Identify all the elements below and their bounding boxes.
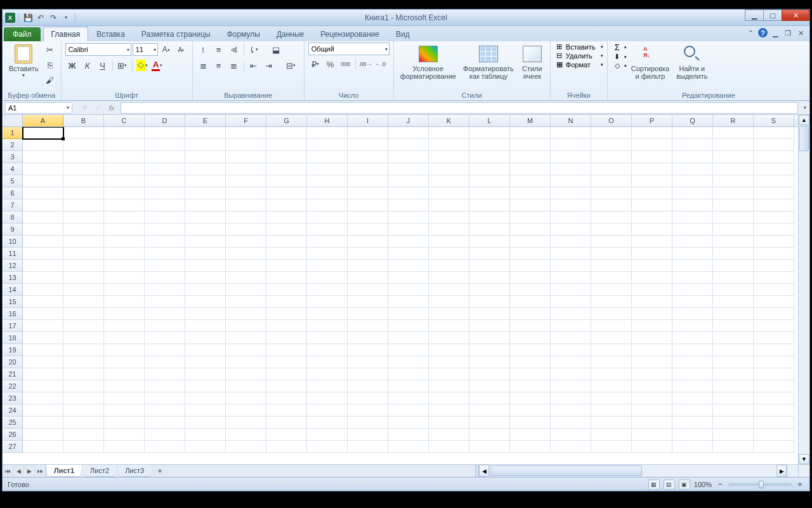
row-header-14[interactable]: 14	[3, 284, 23, 296]
row-header-6[interactable]: 6	[3, 187, 23, 199]
cell-B27[interactable]	[63, 441, 104, 453]
cell-Q20[interactable]	[672, 356, 713, 368]
cell-R21[interactable]	[713, 368, 754, 380]
cell-Q23[interactable]	[672, 392, 713, 404]
cell-B21[interactable]	[63, 368, 104, 380]
cell-D21[interactable]	[145, 368, 185, 380]
cell-B25[interactable]	[63, 417, 104, 429]
cell-P23[interactable]	[632, 392, 672, 404]
cell-G18[interactable]	[266, 332, 307, 344]
cell-I4[interactable]	[348, 163, 388, 175]
cell-I17[interactable]	[348, 320, 388, 332]
cell-C12[interactable]	[104, 260, 145, 272]
cell-Q25[interactable]	[672, 417, 713, 429]
cell-I8[interactable]	[348, 211, 388, 224]
cell-R10[interactable]	[713, 236, 754, 248]
cell-B8[interactable]	[63, 211, 104, 224]
column-header-M[interactable]: M	[510, 115, 551, 126]
cell-R2[interactable]	[713, 139, 754, 151]
cell-N17[interactable]	[551, 320, 591, 332]
cell-M18[interactable]	[510, 332, 551, 344]
cell-Q24[interactable]	[672, 404, 713, 417]
row-header-1[interactable]: 1	[3, 127, 23, 139]
expand-formula-bar-icon[interactable]: ▾	[801, 105, 809, 110]
cell-N22[interactable]	[551, 380, 591, 392]
tab-page-layout[interactable]: Разметка страницы	[133, 27, 219, 41]
cell-L22[interactable]	[469, 380, 510, 392]
cell-S10[interactable]	[754, 236, 794, 248]
row-header-10[interactable]: 10	[3, 236, 23, 248]
cell-J25[interactable]	[388, 417, 429, 429]
cell-D6[interactable]	[145, 187, 185, 199]
cell-G7[interactable]	[266, 199, 307, 211]
cell-G15[interactable]	[266, 296, 307, 308]
cell-R20[interactable]	[713, 356, 754, 368]
cell-P25[interactable]	[632, 417, 672, 429]
tab-home[interactable]: Главная	[43, 27, 89, 41]
cell-G6[interactable]	[266, 187, 307, 199]
cell-S1[interactable]	[754, 127, 794, 139]
font-color-button[interactable]: A▾	[150, 58, 164, 72]
cell-O24[interactable]	[591, 404, 632, 417]
cell-N4[interactable]	[551, 163, 591, 175]
row-header-21[interactable]: 21	[3, 368, 23, 380]
cell-B16[interactable]	[63, 308, 104, 320]
cell-D19[interactable]	[145, 344, 185, 356]
cell-N19[interactable]	[551, 344, 591, 356]
cell-O18[interactable]	[591, 332, 632, 344]
format-as-table-button[interactable]: Форматировать как таблицу	[461, 43, 516, 81]
cell-J13[interactable]	[388, 272, 429, 284]
cell-B18[interactable]	[63, 332, 104, 344]
cell-N10[interactable]	[551, 236, 591, 248]
cell-C5[interactable]	[104, 175, 145, 187]
save-button[interactable]: 💾	[22, 12, 34, 23]
cell-N23[interactable]	[551, 392, 591, 404]
cell-B6[interactable]	[63, 187, 104, 199]
cell-I7[interactable]	[348, 199, 388, 211]
cell-C2[interactable]	[104, 139, 145, 151]
cell-N6[interactable]	[551, 187, 591, 199]
cell-G5[interactable]	[266, 175, 307, 187]
column-header-N[interactable]: N	[551, 115, 591, 126]
cell-P9[interactable]	[632, 224, 672, 236]
cell-Q1[interactable]	[672, 127, 713, 139]
cell-S20[interactable]	[754, 356, 794, 368]
hscroll-thumb[interactable]	[490, 465, 642, 476]
cell-A15[interactable]	[23, 296, 63, 308]
cell-D8[interactable]	[145, 211, 185, 224]
row-header-16[interactable]: 16	[3, 308, 23, 320]
cell-M27[interactable]	[510, 441, 551, 453]
zoom-out-button[interactable]: −	[716, 480, 724, 489]
row-header-24[interactable]: 24	[3, 404, 23, 417]
tab-formulas[interactable]: Формулы	[219, 27, 268, 41]
cell-K17[interactable]	[429, 320, 469, 332]
row-header-3[interactable]: 3	[3, 151, 23, 163]
cell-B26[interactable]	[63, 429, 104, 441]
cell-A26[interactable]	[23, 429, 63, 441]
cell-N15[interactable]	[551, 296, 591, 308]
cell-J11[interactable]	[388, 248, 429, 260]
tab-insert[interactable]: Вставка	[88, 27, 133, 41]
cell-K16[interactable]	[429, 308, 469, 320]
cell-A22[interactable]	[23, 380, 63, 392]
cell-E7[interactable]	[185, 199, 226, 211]
cell-I25[interactable]	[348, 417, 388, 429]
cell-E27[interactable]	[185, 441, 226, 453]
cell-L3[interactable]	[469, 151, 510, 163]
decrease-indent-button[interactable]: ⇤	[247, 58, 261, 72]
cell-L6[interactable]	[469, 187, 510, 199]
cell-J9[interactable]	[388, 224, 429, 236]
workbook-minimize-icon[interactable]: ▁	[770, 28, 780, 38]
excel-icon[interactable]: X	[5, 13, 15, 23]
cell-P14[interactable]	[632, 284, 672, 296]
cell-B12[interactable]	[63, 260, 104, 272]
cell-F20[interactable]	[226, 356, 266, 368]
cancel-formula-icon[interactable]: ✕	[77, 102, 90, 114]
cell-R23[interactable]	[713, 392, 754, 404]
row-header-2[interactable]: 2	[3, 139, 23, 151]
cell-N1[interactable]	[551, 127, 591, 139]
cell-I11[interactable]	[348, 248, 388, 260]
cell-G21[interactable]	[266, 368, 307, 380]
cell-C1[interactable]	[104, 127, 145, 139]
scroll-up-button[interactable]: ▲	[799, 115, 809, 125]
